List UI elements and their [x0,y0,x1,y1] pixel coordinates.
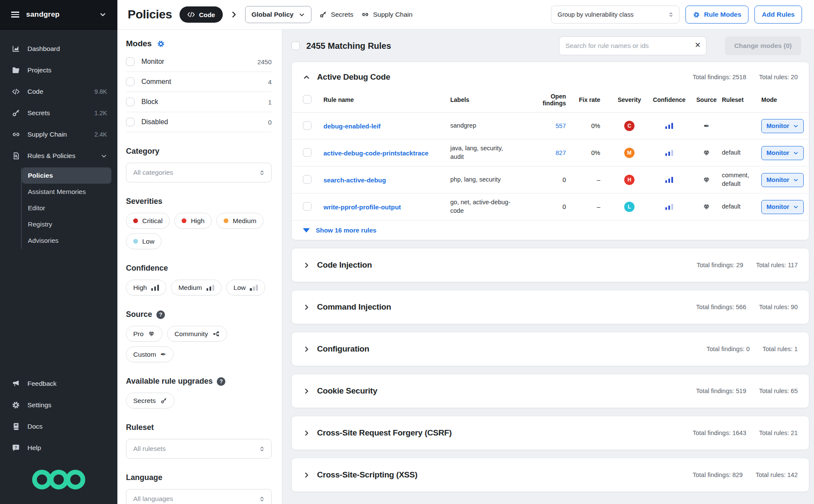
row-checkbox[interactable] [303,121,311,130]
open-findings-link[interactable]: 557 [533,122,579,129]
change-modes-button[interactable]: Change modes (0) [725,36,801,55]
upgrade-chip-secrets[interactable]: Secrets [126,393,174,409]
source-chip-pro[interactable]: Pro [126,326,162,342]
modes-gear-icon[interactable] [157,40,165,48]
sidebar-item-label: Dashboard [27,45,60,53]
sidebar-nav: Dashboard Projects Code 9.8K Secrets 1.2… [0,30,117,249]
rule-modes-button[interactable]: Rule Modes [685,6,748,24]
breadcrumb-chevron-icon [230,11,237,18]
tab-code[interactable]: Code [180,6,223,23]
collapse-chevron-up-icon[interactable] [303,74,310,81]
block-checkbox[interactable] [126,98,135,106]
severity-chip-high[interactable]: High [174,213,212,229]
open-findings: 0 [533,203,579,210]
expand-chevron-right-icon[interactable] [303,388,310,395]
expand-chevron-right-icon[interactable] [303,304,310,311]
group-card-configuration: Configuration Total findings: 0Total rul… [291,332,809,366]
subnav-label: Assistant Memories [28,188,86,196]
select-all-checkbox[interactable] [291,42,300,50]
confidence-high-bars-icon [151,285,159,291]
row-checkbox[interactable] [303,175,311,184]
sidebar-item-rules-policies[interactable]: Rules & Policies [0,145,117,167]
severity-badge-high: H [624,175,634,185]
source-chip-custom[interactable]: Custom ✒ [126,346,174,362]
rule-name-link[interactable]: debug-enabled-leif [323,122,450,130]
sidebar-item-secrets[interactable]: Secrets 1.2K [0,102,117,124]
hamburger-menu-icon[interactable] [11,12,19,18]
rule-name-link[interactable]: search-active-debug [323,176,450,184]
sidebar-item-editor[interactable]: Editor [22,200,111,216]
rule-name-link[interactable]: active-debug-code-printstacktrace [323,149,450,157]
tab-supply-chain[interactable]: Supply Chain [361,11,413,18]
expand-chevron-right-icon[interactable] [303,429,310,437]
upgrades-help-icon[interactable]: ? [217,377,225,386]
tab-secrets[interactable]: Secrets [319,11,353,18]
language-select[interactable]: All languages [126,489,272,504]
org-name: sandgrep [26,10,60,19]
org-switcher[interactable]: sandgrep [0,0,117,30]
category-select[interactable]: All categories [126,163,272,182]
sidebar-item-registry[interactable]: Registry [22,216,111,233]
mode-select-button[interactable]: Monitor [761,119,804,133]
expand-chevron-right-icon[interactable] [303,471,310,479]
show-more-rules-link[interactable]: Show 16 more rules [292,221,809,240]
comment-checkbox[interactable] [126,78,135,86]
row-checkbox[interactable] [303,148,311,157]
severity-chip-medium[interactable]: Medium [216,213,263,229]
sidebar-item-code[interactable]: Code 9.8K [0,81,117,102]
group-select-checkbox[interactable] [303,95,311,104]
sidebar-item-label: Feedback [27,380,57,388]
row-checkbox[interactable] [303,202,311,211]
disabled-checkbox[interactable] [126,118,135,126]
ruleset-select[interactable]: All rulesets [126,439,272,459]
group-title: Active Debug Code [317,72,390,82]
expand-chevron-right-icon[interactable] [303,346,310,353]
updown-chevron-icon [668,12,674,18]
mode-filter-block: Block 1 [126,92,272,112]
mode-filter-comment: Comment 4 [126,72,272,92]
group-card-code-injection: Code Injection Total findings: 29Total r… [291,248,809,282]
add-rules-button[interactable]: Add Rules [754,6,802,24]
rule-name-link[interactable]: write-pprof-profile-output [323,203,450,211]
confidence-chip-medium[interactable]: Medium [171,280,221,295]
sidebar-item-advisories[interactable]: Advisories [22,233,111,249]
confidence-chip-high[interactable]: High [126,280,166,295]
clear-search-icon[interactable]: ✕ [694,41,700,50]
sidebar-item-dashboard[interactable]: Dashboard [0,38,117,60]
mode-select-button[interactable]: Monitor [761,200,804,214]
monitor-checkbox[interactable] [126,57,135,66]
col-ruleset: Ruleset [722,96,761,103]
total-rules: Total rules: 117 [756,262,798,268]
col-mode: Mode [761,96,809,103]
group-card-command-injection: Command Injection Total findings: 566Tot… [291,290,809,324]
policy-select[interactable]: Global Policy [245,6,311,23]
sidebar-item-assistant-memories[interactable]: Assistant Memories [22,184,111,200]
severity-chip-critical[interactable]: Critical [126,213,170,229]
sidebar-item-projects[interactable]: Projects [0,60,117,81]
table-row: search-active-debug php, lang, security … [292,167,809,194]
open-findings-link[interactable]: 827 [533,149,579,156]
source-chip-community[interactable]: Community [167,326,227,342]
triangle-down-icon [303,228,310,233]
expand-chevron-right-icon[interactable] [303,262,310,269]
rule-search-input[interactable] [559,36,706,55]
sidebar-item-policies[interactable]: Policies [22,167,111,184]
sidebar-item-label: Projects [27,66,51,74]
sidebar-item-settings[interactable]: Settings [0,394,117,416]
mode-select-button[interactable]: Monitor [761,146,804,160]
sidebar-item-feedback[interactable]: Feedback [0,373,117,394]
search-wrap: ✕ [559,36,706,55]
source-help-icon[interactable]: ? [156,310,165,319]
mode-count: 2450 [257,58,272,66]
group-by-select[interactable]: Group by vulnerability class [551,6,679,24]
confidence-chip-low[interactable]: Low [226,280,265,295]
table-row: active-debug-code-printstacktrace java, … [292,140,809,167]
mode-select-button[interactable]: Monitor [761,173,804,187]
confidence-high-bars-icon [665,123,673,129]
sidebar-item-help[interactable]: ? Help [0,437,117,459]
severity-chip-low[interactable]: Low [126,233,162,249]
sidebar-item-docs[interactable]: Docs [0,416,117,437]
sidebar-item-supply-chain[interactable]: Supply Chain 2.4K [0,124,117,145]
total-findings: Total findings: 566 [696,304,746,310]
link-icon [361,11,369,18]
